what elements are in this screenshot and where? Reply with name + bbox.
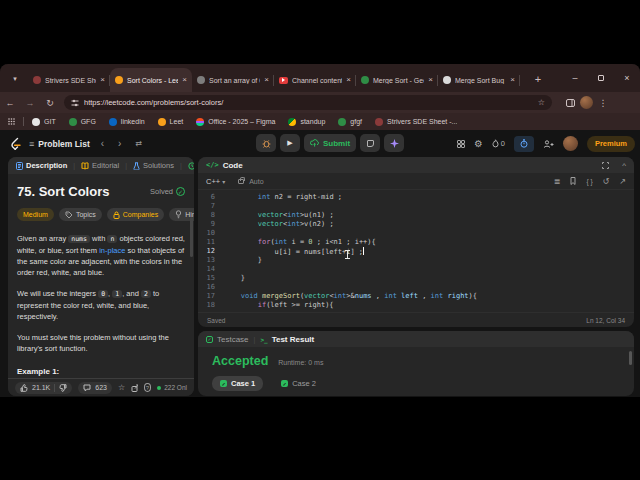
ai-assistant-button[interactable] — [384, 134, 404, 152]
tab-close-icon[interactable]: × — [182, 76, 187, 84]
tab-solutions[interactable]: Solutions — [133, 161, 174, 170]
collapse-panel-icon[interactable]: ^ — [622, 161, 626, 170]
notes-button[interactable] — [360, 134, 380, 152]
bookmark-item[interactable]: standup — [288, 118, 325, 126]
result-status: Accepted — [212, 354, 268, 368]
next-problem-button[interactable]: › — [115, 138, 124, 149]
bookmark-item[interactable]: Leet — [158, 118, 184, 126]
expand-editor-icon[interactable]: ↗ — [619, 177, 626, 186]
apps-grid-icon[interactable] — [8, 118, 15, 125]
code-line[interactable]: 14 — [198, 265, 634, 274]
premium-button[interactable]: Premium — [587, 136, 635, 152]
leetcode-logo[interactable] — [10, 137, 21, 150]
minimize-button[interactable]: – — [562, 73, 588, 83]
scrollbar-thumb[interactable] — [190, 217, 193, 257]
run-button[interactable]: ▶ — [280, 134, 300, 152]
leetcode-page: ≡ Problem List ‹ › ⇄ ▶ Submit — [0, 130, 640, 397]
vote-pill[interactable]: 21.1K — [15, 382, 72, 394]
browser-tab[interactable]: Merge Sort Bug× — [438, 68, 520, 92]
companies-badge[interactable]: Companies — [107, 208, 164, 221]
tab-close-icon[interactable]: × — [510, 76, 515, 84]
side-panel-icon[interactable] — [560, 99, 580, 107]
code-line[interactable]: 11 for(int i = 0 ; i<n1 ; i++){ — [198, 238, 634, 247]
code-line[interactable]: 17 void mergeSort(vector<int>&nums , int… — [198, 292, 634, 301]
code-line[interactable]: 18 if(left >= right){ — [198, 301, 634, 310]
tab-close-icon[interactable]: × — [346, 76, 351, 84]
streak-flame-icon[interactable]: 0 — [492, 139, 505, 148]
difficulty-badge[interactable]: Medium — [17, 208, 54, 221]
browser-tab[interactable]: Channel content -× — [274, 68, 356, 92]
url-text[interactable]: https://leetcode.com/problems/sort-color… — [84, 98, 533, 107]
timer-button[interactable] — [514, 136, 534, 152]
prev-problem-button[interactable]: ‹ — [98, 138, 107, 149]
case-2-pill[interactable]: ✓Case 2 — [273, 376, 324, 391]
snippets-icon[interactable]: { } — [586, 178, 592, 185]
submit-button[interactable]: Submit — [304, 134, 356, 152]
bookmark-star-icon[interactable]: ☆ — [538, 98, 545, 107]
bookmark-item[interactable]: gfgf — [338, 118, 362, 126]
code-line[interactable]: 8 vector<int>u(n1) ; — [198, 211, 634, 220]
topics-badge[interactable]: Topics — [59, 208, 102, 221]
invite-user-icon[interactable] — [543, 140, 554, 148]
debugger-button[interactable] — [256, 134, 276, 152]
close-window-button[interactable]: × — [614, 73, 640, 83]
bookmark-item[interactable]: linkedin — [109, 118, 145, 126]
code-line[interactable]: 9 vector<int>v(n2) ; — [198, 220, 634, 229]
bookmark-item[interactable]: Strivers SDE Sheet -... — [375, 118, 457, 126]
tab-testcase[interactable]: ✓ Testcase — [206, 335, 249, 344]
code-toolbar: C++ ▾ Auto ≣ { } ↺ ↗ — [198, 173, 634, 190]
browser-toolbar: ← → ↻ https://leetcode.com/problems/sort… — [0, 92, 640, 113]
browser-tab[interactable]: Sort Colors - LeetC× — [110, 68, 192, 92]
code-line[interactable]: 10 — [198, 229, 634, 238]
user-avatar[interactable] — [563, 136, 578, 151]
reset-code-icon[interactable]: ↺ — [603, 177, 610, 186]
bookmarks-list: GITGFGlinkedinLeetOffice - 2025 – Figmas… — [32, 118, 457, 126]
tab-submissions[interactable]: Subm — [188, 161, 194, 170]
code-line[interactable]: 15 } — [198, 274, 634, 283]
bookmark-icon[interactable] — [570, 177, 576, 185]
browser-tab[interactable]: Merge Sort - Geek× — [356, 68, 438, 92]
code-line[interactable]: 16 — [198, 283, 634, 292]
feedback-icon[interactable]: ? — [144, 383, 152, 392]
format-code-icon[interactable]: ≣ — [554, 177, 561, 186]
problem-list-button[interactable]: ≡ Problem List — [29, 139, 90, 149]
tab-search-button[interactable]: ▾ — [6, 71, 24, 87]
shuffle-icon[interactable]: ⇄ — [132, 139, 145, 148]
site-info-icon[interactable] — [71, 99, 79, 107]
url-bar[interactable]: https://leetcode.com/problems/sort-color… — [64, 95, 552, 110]
tab-close-icon[interactable]: × — [100, 76, 105, 84]
tab-close-icon[interactable]: × — [428, 76, 433, 84]
tab-editorial[interactable]: Editorial — [81, 161, 119, 170]
browser-tab[interactable]: Sort an array of 0s× — [192, 68, 274, 92]
fullscreen-icon[interactable] — [602, 162, 609, 169]
tab-close-icon[interactable]: × — [264, 76, 269, 84]
browser-menu-icon[interactable]: ⋮ — [593, 98, 613, 108]
bookmark-item[interactable]: Office - 2025 – Figma — [196, 118, 275, 126]
bookmark-item[interactable]: GFG — [69, 118, 96, 126]
comments-pill[interactable]: 623 — [78, 382, 112, 394]
tab-description[interactable]: Description — [16, 161, 67, 170]
code-editor[interactable]: 6 int n2 = right-mid ;78 vector<int>u(n1… — [198, 190, 634, 312]
favorite-star-icon[interactable]: ☆ — [118, 383, 125, 392]
code-line[interactable]: 6 int n2 = right-mid ; — [198, 193, 634, 202]
new-tab-button[interactable]: + — [530, 71, 546, 87]
code-line[interactable]: 7 — [198, 202, 634, 211]
share-icon[interactable] — [131, 384, 137, 392]
browser-tab[interactable]: Strivers SDE Sheet× — [28, 68, 110, 92]
restore-button[interactable] — [588, 73, 614, 83]
back-button[interactable]: ← — [0, 98, 20, 108]
forward-button[interactable]: → — [20, 98, 40, 108]
case-1-pill[interactable]: ✓Case 1 — [212, 376, 263, 391]
in-place-link[interactable]: in-place — [99, 246, 125, 255]
bookmark-item[interactable]: GIT — [32, 118, 56, 126]
reload-button[interactable]: ↻ — [40, 98, 60, 108]
browser-profile-avatar[interactable] — [580, 96, 593, 109]
editor-statusbar: Saved Ln 12, Col 34 — [198, 312, 634, 327]
tab-test-result[interactable]: >_ Test Result — [260, 335, 314, 344]
layout-switcher-icon[interactable] — [457, 140, 465, 148]
language-selector[interactable]: C++ ▾ — [206, 177, 225, 186]
code-line[interactable]: 12 u[i] = nums[left+i] ; — [198, 247, 634, 256]
scrollbar-thumb[interactable] — [629, 351, 632, 365]
settings-gear-icon[interactable]: ⚙ — [474, 138, 483, 149]
code-line[interactable]: 13 } — [198, 256, 634, 265]
